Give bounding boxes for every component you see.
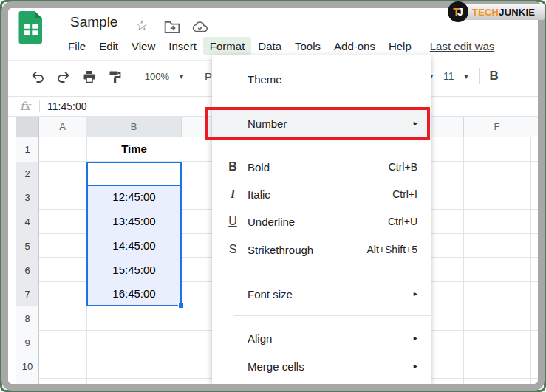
toolbar-right: ▾ 11 ▾ B [429,60,499,92]
screenshot-root: Sample ☆ File Edit View Insert Format Da… [0,0,546,392]
move-folder-icon[interactable] [164,19,180,35]
menu-divider [234,315,431,316]
row-header-6[interactable]: 6 [16,258,38,283]
menu-item-align[interactable]: Align ► [212,324,431,352]
column-header-f[interactable]: F [463,117,530,137]
menu-item-underline[interactable]: U Underline Ctrl+U [212,207,431,235]
undo-icon[interactable] [30,69,46,85]
print-icon[interactable] [82,69,98,85]
menu-tools[interactable]: Tools [288,37,327,55]
strikethrough-icon: S [224,243,242,256]
star-icon[interactable]: ☆ [134,18,150,34]
italic-icon: I [224,188,242,201]
menu-view[interactable]: View [125,37,162,55]
shortcut-label: Ctrl+B [389,161,417,173]
row-header-1[interactable]: 1 [16,137,38,162]
toolbar: 100% ▾ P [8,60,212,92]
zoom-caret-icon[interactable]: ▾ [180,72,183,80]
font-size-select[interactable]: 11 [443,70,454,82]
fill-handle[interactable] [178,303,184,309]
paint-format-icon[interactable] [108,69,123,85]
techjunkie-wordmark: TECHJUNKIE [457,4,545,20]
cloud-saved-icon[interactable] [192,19,208,35]
formula-divider [39,100,40,112]
row-header-7[interactable]: 7 [16,282,38,306]
select-all-corner[interactable] [16,117,39,137]
row-header-10[interactable]: 10 [16,354,38,379]
menu-item-theme[interactable]: Theme [212,65,431,93]
submenu-arrow-icon: ► [412,290,419,298]
active-cell-border [86,162,182,186]
bold-button[interactable]: B [490,69,499,83]
submenu-arrow-icon: ► [412,362,419,370]
shortcut-label: Ctrl+U [388,216,417,227]
bold-icon: B [224,160,242,173]
menubar: File Edit View Insert Format Data Tools … [61,35,494,56]
menu-item-merge-cells[interactable]: Merge cells ► [212,352,431,380]
shortcut-label: Alt+Shift+5 [367,244,418,255]
menu-format[interactable]: Format [203,37,252,55]
document-title[interactable]: Sample [70,14,117,30]
menu-addons[interactable]: Add-ons [327,37,382,55]
cell-b1-time-header[interactable]: Time [86,137,182,162]
row-header-5[interactable]: 5 [16,234,38,258]
app-window: Sample ☆ File Edit View Insert Format Da… [1,1,545,391]
menu-divider [234,272,431,272]
row-header-9[interactable]: 9 [16,331,38,355]
menu-divider [234,100,431,100]
menu-item-bold[interactable]: B Bold Ctrl+B [212,153,431,181]
last-edit-link[interactable]: Last edit was [430,40,495,52]
toolbar-divider [479,68,480,84]
row-header-8[interactable]: 8 [16,306,38,331]
menu-file[interactable]: File [61,37,92,55]
row-header-2[interactable]: 2 [16,162,38,186]
formula-input[interactable]: 11:45:00 [47,100,86,112]
row-header-4[interactable]: 4 [16,210,38,234]
techjunkie-monogram-icon: TJ [448,1,468,22]
menu-edit[interactable]: Edit [92,37,125,55]
menu-data[interactable]: Data [251,37,288,55]
redo-icon[interactable] [56,69,72,85]
zoom-select[interactable]: 100% [145,71,169,82]
format-menu: Theme Number ► B Bold Ctrl+B I Italic Ct… [212,55,431,384]
menu-insert[interactable]: Insert [162,37,203,55]
menu-item-strikethrough[interactable]: S Strikethrough Alt+Shift+5 [212,235,431,264]
font-size-caret-icon[interactable]: ▾ [465,72,468,80]
row-header-column: 1 2 3 4 5 6 7 8 9 10 [16,137,39,384]
menu-item-italic[interactable]: I Italic Ctrl+I [212,180,431,208]
menu-item-font-size[interactable]: Font size ► [212,280,431,308]
fx-icon: fx [20,100,30,113]
google-sheets-icon[interactable] [18,10,44,44]
column-header-b[interactable]: B [86,117,182,137]
annotation-highlight-box [205,107,430,140]
menu-help[interactable]: Help [382,37,418,55]
toolbar-divider [194,69,194,85]
partial-toolbar-button[interactable]: P [205,70,212,83]
shortcut-label: Ctrl+I [392,188,417,200]
column-header-a[interactable]: A [39,117,86,137]
techjunkie-logo: TECHJUNKIE TJ [448,1,545,22]
underline-icon: U [224,215,242,228]
toolbar-divider [134,69,134,85]
submenu-arrow-icon: ► [412,334,419,342]
row-header-3[interactable]: 3 [16,185,38,210]
